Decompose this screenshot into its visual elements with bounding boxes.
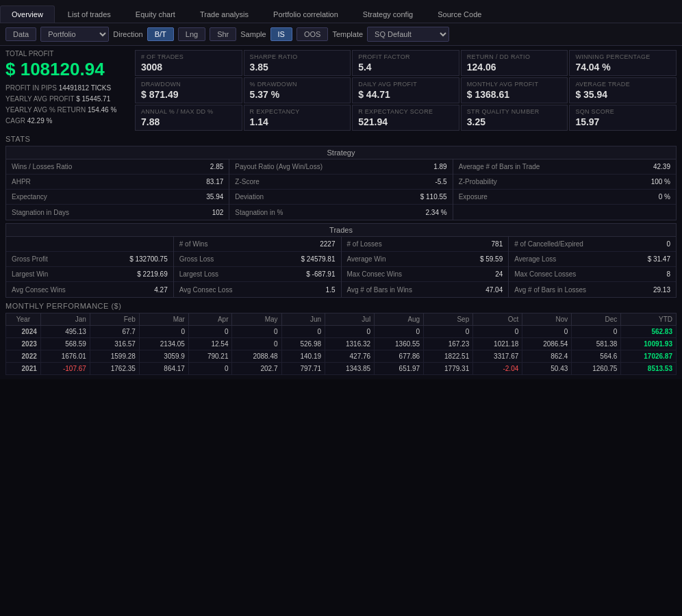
stat-row: Expectancy 35.94 — [6, 190, 229, 205]
trade-row: Max Consec Wins 24 — [342, 267, 509, 282]
monthly-performance-table: Year Jan Feb Mar Apr May Jun Jul Aug Sep… — [5, 313, 677, 375]
cagr-label: CAGR — [5, 117, 25, 125]
tab-strategy-config[interactable]: Strategy config — [351, 5, 425, 23]
col-nov: Nov — [522, 313, 572, 326]
strategy-stats-title: Strategy — [6, 146, 676, 159]
ytd-2022: 17026.87 — [621, 350, 677, 363]
monthly-performance-header: MONTHLY PERFORMANCE ($) — [5, 302, 677, 310]
metric-pct-drawdown: % DRAWDOWN 5.37 % — [244, 77, 351, 103]
year-2022: 2022 — [6, 350, 41, 363]
stats-header: STATS — [5, 135, 677, 143]
stat-row: Deviation $ 110.55 — [229, 190, 452, 205]
ytd-2023: 10091.93 — [621, 338, 677, 350]
tab-portfolio-correlation[interactable]: Portfolio correlation — [262, 5, 350, 23]
yearly-avg-profit-value: $ 15445.71 — [76, 95, 110, 103]
trade-row: Avg Consec Wins 4.27 — [6, 282, 173, 297]
tab-overview[interactable]: Overview — [0, 5, 55, 23]
toolbar: Data Portfolio Direction B/T Lng Shr Sam… — [0, 23, 682, 46]
metric-r-expectancy-score: R EXPECTANCY SCORE 521.94 — [352, 105, 459, 131]
trade-row: Largest Win $ 2219.69 — [6, 267, 173, 282]
monthly-row-2021: 2021 -107.67 1762.35 864.17 0 202.7 797.… — [6, 363, 677, 375]
lng-button[interactable]: Lng — [178, 27, 205, 41]
metric-r-expectancy: R EXPECTANCY 1.14 — [244, 105, 351, 131]
metric-profit-factor: PROFIT FACTOR 5.4 — [352, 50, 459, 76]
tab-source-code[interactable]: Source Code — [426, 5, 493, 23]
cagr-value: 42.29 % — [27, 117, 53, 125]
both-button[interactable]: B/T — [147, 27, 174, 41]
template-select[interactable]: SQ Default — [367, 27, 449, 42]
metric-annual-maxdd: ANNUAL % / MAX DD % 7.88 — [135, 105, 242, 131]
trade-row: Average Loss $ 31.47 — [509, 252, 676, 267]
stat-row: Wins / Losses Ratio 2.85 — [6, 159, 229, 175]
total-profit-label: TOTAL PROFIT — [5, 50, 132, 57]
monthly-row-2023: 2023 568.59 316.57 2134.05 12.54 0 526.9… — [6, 338, 677, 350]
col-mar: Mar — [139, 313, 188, 326]
stat-row: Z-Probability 100 % — [453, 175, 676, 190]
summary-left: TOTAL PROFIT $ 108120.94 PROFIT IN PIPS … — [5, 50, 132, 131]
col-apr: Apr — [188, 313, 232, 326]
tab-list-of-trades[interactable]: List of trades — [56, 5, 123, 23]
trade-row: Largest Loss $ -687.91 — [174, 267, 341, 282]
col-aug: Aug — [375, 313, 424, 326]
oos-button[interactable]: OOS — [296, 27, 328, 41]
stat-row — [453, 205, 676, 220]
year-2021: 2021 — [6, 363, 41, 375]
tab-bar: Overview List of trades Equity chart Tra… — [0, 0, 682, 23]
monthly-row-2024: 2024 495.13 67.7 0 0 0 0 0 0 0 0 0 0 562… — [6, 326, 677, 338]
ytd-2024: 562.83 — [621, 326, 677, 338]
strategy-stats: Strategy Wins / Losses Ratio 2.85 AHPR 8… — [5, 146, 677, 220]
data-button[interactable]: Data — [5, 27, 36, 41]
trade-row: Gross Profit $ 132700.75 — [6, 252, 173, 267]
col-may: May — [232, 313, 281, 326]
sub-stats: PROFIT IN PIPS 14491812 TICKS YEARLY AVG… — [5, 83, 132, 127]
stat-row: Exposure 0 % — [453, 190, 676, 205]
stat-row: Average # of Bars in Trade 42.39 — [453, 159, 676, 175]
trades-title: Trades — [6, 224, 676, 237]
trades-section: Trades Gross Profit $ 132700.75 Largest … — [5, 223, 677, 298]
main-content: TOTAL PROFIT $ 108120.94 PROFIT IN PIPS … — [0, 46, 682, 379]
portfolio-select[interactable]: Portfolio — [40, 27, 109, 42]
tab-equity-chart[interactable]: Equity chart — [124, 5, 187, 23]
is-button[interactable]: IS — [270, 27, 292, 41]
trade-row: Avg # of Bars in Wins 47.04 — [342, 282, 509, 297]
trade-row: Max Consec Losses 8 — [509, 267, 676, 282]
metric-avg-trade: AVERAGE TRADE $ 35.94 — [569, 77, 677, 103]
metric-winning-pct: WINNING PERCENTAGE 74.04 % — [569, 50, 677, 76]
template-label: Template — [332, 30, 363, 38]
stat-row: Z-Score -5.5 — [229, 175, 452, 190]
yearly-avg-return-value: 154.46 % — [88, 106, 116, 114]
stat-row: AHPR 83.17 — [6, 175, 229, 190]
trade-row: # of Wins 2227 — [174, 237, 341, 252]
year-2023: 2023 — [6, 338, 41, 350]
metric-sqn: SQN SCORE 15.97 — [569, 105, 677, 131]
col-feb: Feb — [90, 313, 139, 326]
trade-row: Avg Consec Loss 1.5 — [174, 282, 341, 297]
metric-monthly-avg: MONTHLY AVG PROFIT $ 1368.61 — [461, 77, 568, 103]
profit-pips-value: 14491812 TICKS — [59, 84, 112, 92]
metric-sharpe: SHARPE RATIO 3.85 — [244, 50, 351, 76]
yearly-avg-return-label: YEARLY AVG % RETURN — [5, 106, 86, 114]
yearly-avg-profit-label: YEARLY AVG PROFIT — [5, 95, 74, 103]
metric-return-dd: RETURN / DD RATIO 124.06 — [461, 50, 568, 76]
col-jun: Jun — [281, 313, 325, 326]
col-jan: Jan — [40, 313, 90, 326]
col-dec: Dec — [572, 313, 621, 326]
profit-pips-label: PROFIT IN PIPS — [5, 84, 57, 92]
trade-row: Gross Loss $ 24579.81 — [174, 252, 341, 267]
stat-row: Stagnation in % 2.34 % — [229, 205, 452, 220]
year-2024: 2024 — [6, 326, 41, 338]
summary-row: TOTAL PROFIT $ 108120.94 PROFIT IN PIPS … — [5, 50, 677, 131]
metric-drawdown: DRAWDOWN $ 871.49 — [135, 77, 242, 103]
sample-label: Sample — [240, 30, 266, 38]
trade-row — [6, 237, 173, 252]
metric-str-quality: STR QUALITY NUMBER 3.25 — [461, 105, 568, 131]
direction-label: Direction — [113, 30, 142, 38]
stat-row: Stagnation in Days 102 — [6, 205, 229, 220]
ytd-2021: 8513.53 — [621, 363, 677, 375]
trade-row: Average Win $ 59.59 — [342, 252, 509, 267]
stat-row: Payout Ratio (Avg Win/Loss) 1.89 — [229, 159, 452, 175]
col-oct: Oct — [473, 313, 522, 326]
col-year: Year — [6, 313, 41, 326]
shr-button[interactable]: Shr — [210, 27, 236, 41]
tab-trade-analysis[interactable]: Trade analysis — [188, 5, 260, 23]
